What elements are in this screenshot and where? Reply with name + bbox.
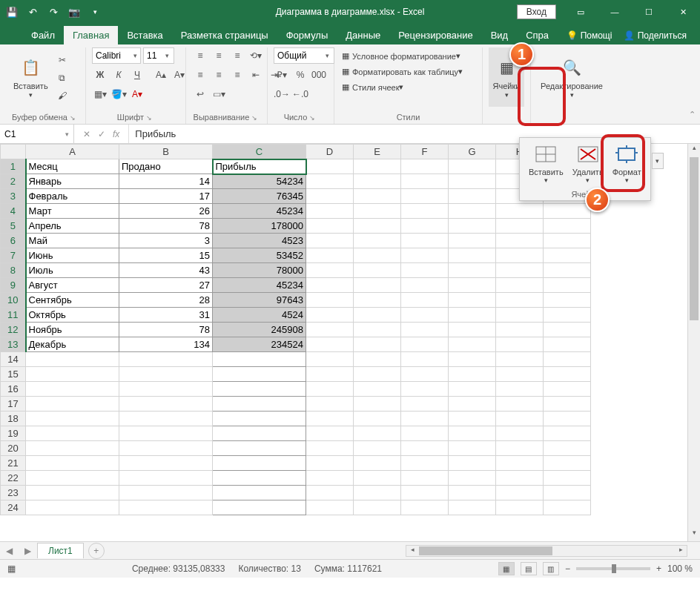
cell-E7[interactable] <box>354 248 401 263</box>
cell-C3[interactable]: 76345 <box>213 189 306 204</box>
page-layout-view-icon[interactable]: ▤ <box>521 562 537 575</box>
cell-G7[interactable] <box>449 248 496 263</box>
cell-A20[interactable] <box>26 441 119 456</box>
cell-A4[interactable]: Март <box>26 204 119 219</box>
scroll-down-icon[interactable]: ▾ <box>688 529 700 541</box>
cell-C2[interactable]: 54234 <box>213 174 306 189</box>
share-button[interactable]: 👤 Поделиться <box>618 27 693 44</box>
cell-D5[interactable] <box>306 219 354 234</box>
cell-G22[interactable] <box>449 471 496 486</box>
tab-home[interactable]: Главная <box>64 26 118 44</box>
wrap-text-icon[interactable]: ↩ <box>192 86 208 102</box>
cell-G1[interactable] <box>449 159 496 174</box>
align-middle-icon[interactable]: ≡ <box>211 47 227 64</box>
cell-G12[interactable] <box>449 323 496 337</box>
cell-D17[interactable] <box>306 397 354 412</box>
row-header-8[interactable]: 8 <box>1 263 26 278</box>
tab-insert[interactable]: Вставка <box>118 26 171 44</box>
currency-icon[interactable]: ₽▾ <box>274 67 290 83</box>
cell-E1[interactable] <box>354 159 401 174</box>
cell-A21[interactable] <box>26 456 119 471</box>
cell-F12[interactable] <box>401 323 449 337</box>
row-header-19[interactable]: 19 <box>1 426 26 441</box>
col-header-A[interactable]: A <box>26 145 119 159</box>
sheet-nav-next-icon[interactable]: ▶ <box>19 546 37 556</box>
cell-C19[interactable] <box>213 426 306 441</box>
cell-C22[interactable] <box>213 471 306 486</box>
percent-icon[interactable]: % <box>292 67 308 83</box>
cell-F15[interactable] <box>401 367 449 382</box>
cell-C14[interactable] <box>213 352 306 367</box>
camera-icon[interactable]: 📷 <box>67 4 82 19</box>
cell-F5[interactable] <box>401 219 449 234</box>
cell-F7[interactable] <box>401 248 449 263</box>
enter-formula-icon[interactable]: ✓ <box>98 129 105 139</box>
cell-D20[interactable] <box>306 441 354 456</box>
cell-I8[interactable] <box>544 263 591 278</box>
cell-H11[interactable] <box>496 308 544 323</box>
tab-review[interactable]: Рецензирование <box>389 26 481 44</box>
cell-A2[interactable]: Январь <box>26 174 119 189</box>
cell-G18[interactable] <box>449 412 496 426</box>
cell-I22[interactable] <box>544 471 591 486</box>
align-right-icon[interactable]: ≡ <box>229 67 245 83</box>
scroll-up-icon[interactable]: ▴ <box>688 144 700 156</box>
row-header-4[interactable]: 4 <box>1 204 26 219</box>
row-header-7[interactable]: 7 <box>1 248 26 263</box>
cell-B2[interactable]: 14 <box>119 174 213 189</box>
cell-B20[interactable] <box>119 441 213 456</box>
cell-E24[interactable] <box>354 500 401 515</box>
row-header-16[interactable]: 16 <box>1 382 26 397</box>
cell-D1[interactable] <box>306 159 354 174</box>
row-header-3[interactable]: 3 <box>1 189 26 204</box>
cell-I16[interactable] <box>544 382 591 397</box>
minimize-icon[interactable]: — <box>598 0 632 24</box>
cell-C12[interactable]: 245908 <box>213 323 306 337</box>
new-sheet-icon[interactable]: + <box>88 543 105 559</box>
cell-A19[interactable] <box>26 426 119 441</box>
cell-C10[interactable]: 97643 <box>213 293 306 308</box>
cell-A1[interactable]: Месяц <box>26 159 119 174</box>
cell-C24[interactable] <box>213 500 306 515</box>
cell-H5[interactable] <box>496 219 544 234</box>
format-painter-icon[interactable]: 🖌 <box>54 87 70 104</box>
cell-F22[interactable] <box>401 471 449 486</box>
cell-D9[interactable] <box>306 278 354 293</box>
cell-G11[interactable] <box>449 308 496 323</box>
cell-G15[interactable] <box>449 367 496 382</box>
ribbon-options-icon[interactable]: ▭ <box>564 0 598 24</box>
cell-B17[interactable] <box>119 397 213 412</box>
cell-F9[interactable] <box>401 278 449 293</box>
cell-H8[interactable] <box>496 263 544 278</box>
cell-I20[interactable] <box>544 441 591 456</box>
borders-icon[interactable]: ▦▾ <box>92 86 108 102</box>
cell-F18[interactable] <box>401 412 449 426</box>
cell-F3[interactable] <box>401 189 449 204</box>
number-launcher-icon[interactable]: ↘ <box>309 114 317 122</box>
cell-G20[interactable] <box>449 441 496 456</box>
cell-B5[interactable]: 78 <box>119 219 213 234</box>
row-header-10[interactable]: 10 <box>1 293 26 308</box>
fx-icon[interactable]: fx <box>113 129 119 139</box>
cell-C4[interactable]: 45234 <box>213 204 306 219</box>
cell-C13[interactable]: 234524 <box>213 337 306 352</box>
cell-D14[interactable] <box>306 352 354 367</box>
cell-G16[interactable] <box>449 382 496 397</box>
cell-E22[interactable] <box>354 471 401 486</box>
zoom-in-icon[interactable]: + <box>656 564 661 574</box>
cell-E3[interactable] <box>354 189 401 204</box>
cell-D24[interactable] <box>306 500 354 515</box>
cell-G17[interactable] <box>449 397 496 412</box>
hscroll-thumb[interactable] <box>419 546 552 555</box>
cell-G4[interactable] <box>449 204 496 219</box>
cell-A22[interactable] <box>26 471 119 486</box>
scroll-left-icon[interactable]: ◂ <box>406 546 418 556</box>
close-icon[interactable]: ✕ <box>666 0 700 24</box>
row-header-2[interactable]: 2 <box>1 174 26 189</box>
cell-B21[interactable] <box>119 456 213 471</box>
cell-D8[interactable] <box>306 263 354 278</box>
cell-C21[interactable] <box>213 456 306 471</box>
cell-I18[interactable] <box>544 412 591 426</box>
cell-C9[interactable]: 45234 <box>213 278 306 293</box>
cell-C18[interactable] <box>213 412 306 426</box>
